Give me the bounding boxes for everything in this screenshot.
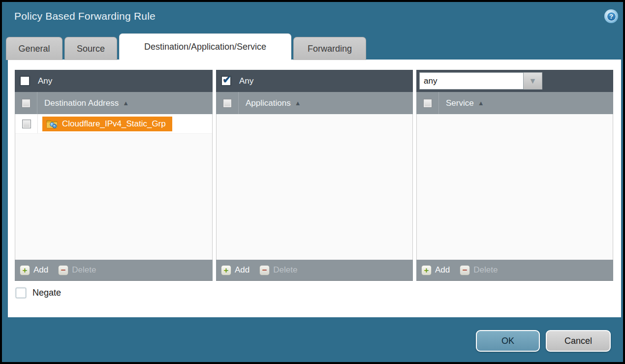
add-icon: + [20, 265, 30, 275]
tab-bar: General Source Destination/Application/S… [6, 33, 366, 60]
destination-any-label: Any [38, 76, 52, 86]
add-label: Add [33, 265, 48, 275]
service-header-checkbox[interactable] [423, 99, 432, 108]
applications-delete-button[interactable]: − Delete [259, 265, 297, 275]
cancel-button[interactable]: Cancel [546, 330, 611, 352]
selected-address-object[interactable]: Cloudflare_IPv4_Static_Grp [42, 117, 172, 131]
service-header-label: Service [446, 98, 474, 108]
row-checkbox[interactable] [22, 120, 31, 128]
negate-checkbox[interactable] [16, 288, 26, 298]
applications-footer: + Add − Delete [216, 260, 413, 281]
service-header[interactable]: Service ▲ [416, 92, 613, 114]
delete-label: Delete [273, 265, 297, 275]
row-checkbox-cell [15, 114, 38, 133]
columns-container: Any Destination Address ▲ [15, 70, 613, 281]
applications-any-bar: ✔ Any [216, 70, 413, 92]
applications-header-checkbox-cell [216, 92, 239, 114]
service-dropdown-button[interactable]: ▼ [524, 72, 542, 90]
destination-address-list: Cloudflare_IPv4_Static_Grp [15, 114, 213, 260]
tab-content-panel: Any Destination Address ▲ [8, 60, 621, 317]
destination-header-checkbox[interactable] [22, 99, 31, 108]
help-question-glyph: ? [607, 12, 616, 21]
destination-any-checkbox[interactable] [20, 76, 30, 86]
destination-footer: + Add − Delete [15, 260, 213, 281]
applications-list [216, 114, 413, 260]
sort-asc-icon: ▲ [295, 99, 301, 107]
applications-add-button[interactable]: + Add [221, 265, 250, 275]
service-list [416, 114, 613, 260]
add-label: Add [235, 265, 250, 275]
delete-icon: − [259, 265, 270, 275]
sort-asc-icon: ▲ [123, 99, 129, 107]
help-icon[interactable]: ? [604, 9, 618, 23]
dialog-title: Policy Based Forwarding Rule [14, 10, 156, 22]
negate-row: Negate [16, 288, 61, 298]
selected-address-name: Cloudflare_IPv4_Static_Grp [62, 119, 166, 129]
checkbox-checked-icon: ✔ [222, 73, 231, 86]
address-group-icon [46, 119, 58, 128]
service-delete-button[interactable]: − Delete [460, 265, 498, 275]
tab-forwarding[interactable]: Forwarding [293, 37, 366, 60]
delete-icon: − [58, 265, 68, 275]
destination-address-row[interactable]: Cloudflare_IPv4_Static_Grp [15, 114, 212, 134]
applications-any-label: Any [239, 76, 253, 86]
destination-address-header[interactable]: Destination Address ▲ [15, 92, 213, 114]
negate-label: Negate [32, 288, 61, 298]
service-column: ▼ Service ▲ + Add [416, 70, 613, 281]
service-dropdown-bar: ▼ [416, 70, 613, 92]
applications-header[interactable]: Applications ▲ [216, 92, 413, 114]
delete-label: Delete [473, 265, 498, 275]
chevron-down-icon: ▼ [529, 77, 537, 86]
dialog-window: Policy Based Forwarding Rule ? General S… [0, 0, 625, 364]
applications-any-checkbox[interactable]: ✔ [221, 76, 231, 86]
applications-header-label: Applications [246, 98, 291, 108]
service-dropdown-input[interactable] [419, 72, 524, 90]
destination-any-bar: Any [15, 70, 213, 92]
add-icon: + [421, 265, 432, 275]
delete-label: Delete [72, 265, 96, 275]
add-icon: + [221, 265, 231, 275]
applications-header-checkbox[interactable] [223, 99, 232, 108]
service-combobox: ▼ [419, 72, 542, 90]
delete-icon: − [460, 265, 470, 275]
tab-source[interactable]: Source [64, 37, 117, 60]
service-add-button[interactable]: + Add [421, 265, 450, 275]
add-label: Add [435, 265, 450, 275]
destination-column: Any Destination Address ▲ [15, 70, 213, 281]
destination-address-header-label: Destination Address [44, 98, 119, 108]
tab-destination-application-service[interactable]: Destination/Application/Service [119, 33, 291, 60]
ok-button[interactable]: OK [476, 330, 540, 352]
service-header-checkbox-cell [416, 92, 439, 114]
destination-add-button[interactable]: + Add [20, 265, 48, 275]
sort-asc-icon: ▲ [478, 99, 484, 107]
destination-header-checkbox-cell [15, 92, 37, 114]
service-footer: + Add − Delete [416, 260, 613, 281]
tab-general[interactable]: General [6, 37, 62, 60]
destination-delete-button[interactable]: − Delete [58, 265, 96, 275]
applications-column: ✔ Any Applications ▲ + Add [216, 70, 413, 281]
